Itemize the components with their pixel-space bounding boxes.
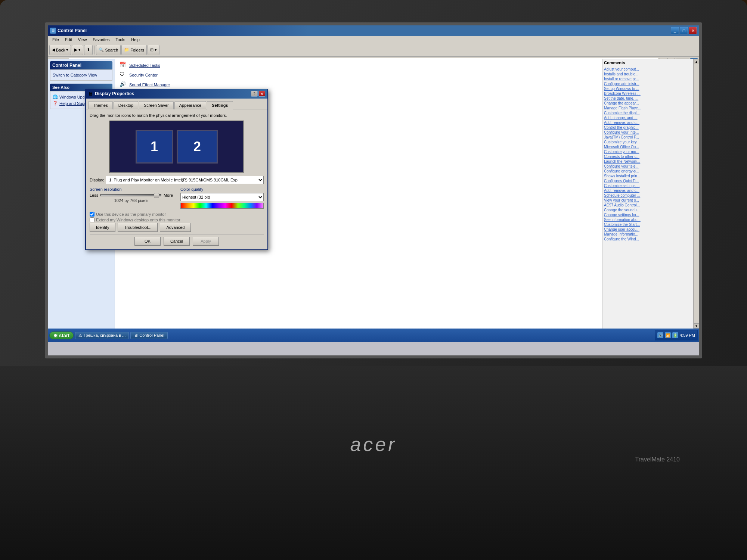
back-button[interactable]: ◀ Back ▾ — [49, 45, 71, 55]
checkbox-primary-label: Use this device as the primary monitor — [96, 212, 166, 217]
advanced-button[interactable]: Advanced — [160, 223, 191, 232]
resolution-slider[interactable] — [100, 194, 161, 196]
search-button[interactable]: 🔍 Search — [96, 45, 121, 55]
dialog-confirm-buttons: OK Cancel Apply — [90, 234, 264, 246]
folders-icon: 📁 — [124, 47, 129, 52]
menu-tools[interactable]: Tools — [113, 37, 128, 42]
window-title: Control Panel — [58, 28, 671, 33]
display-select[interactable]: 1. Plug and Play Monitor on Mobile Intel… — [106, 176, 264, 184]
menu-favorites[interactable]: Favorites — [90, 37, 112, 42]
control-panel-window: 🖥 Control Panel _ □ ✕ File Edit View Fav… — [48, 25, 699, 342]
tab-settings[interactable]: Settings — [207, 101, 233, 109]
dialog-action-buttons: Identify Troubleshoot... Advanced — [90, 223, 264, 232]
display-row: Display: 1. Plug and Play Monitor on Mob… — [90, 176, 264, 184]
dropdown-arrow-icon: ▾ — [66, 47, 68, 52]
color-quality-label: Color quality — [180, 187, 264, 192]
dialog-description: Drag the monitor icons to match the phys… — [90, 113, 264, 118]
display-properties-dialog: 🖥 Display Properties ? ✕ Themes Desktop … — [85, 89, 268, 250]
less-label: Less — [90, 193, 98, 197]
slider-thumb[interactable] — [154, 193, 159, 198]
maximize-button[interactable]: □ — [680, 27, 688, 34]
cancel-button[interactable]: Cancel — [164, 237, 190, 246]
up-arrow-icon: ⬆ — [87, 47, 90, 52]
monitor-2[interactable]: 2 — [177, 130, 218, 164]
tab-themes[interactable]: Themes — [88, 101, 113, 109]
checkbox-primary-monitor: Use this device as the primary monitor — [90, 212, 264, 217]
resolution-label: Screen resolution — [90, 187, 173, 192]
window-icon: 🖥 — [50, 28, 56, 34]
menu-file[interactable]: File — [49, 37, 62, 42]
view-icon: ⊞ — [150, 47, 154, 52]
identify-button[interactable]: Identify — [90, 223, 115, 232]
menubar: File Edit View Favorites Tools Help — [48, 36, 699, 43]
display-label: Display: — [90, 178, 104, 182]
screen: 🖥 Control Panel _ □ ✕ File Edit View Fav… — [45, 22, 702, 358]
titlebar-buttons: _ □ ✕ — [671, 27, 697, 34]
view-dropdown-icon: ▾ — [155, 47, 157, 52]
slider-row: Less More — [90, 193, 173, 197]
monitor-1[interactable]: 1 — [136, 130, 173, 164]
checkbox-primary[interactable] — [90, 212, 94, 217]
back-arrow-icon: ◀ — [52, 47, 55, 52]
dialog-titlebar: 🖥 Display Properties ? ✕ — [86, 89, 267, 99]
more-label: More — [164, 193, 173, 197]
tab-screensaver[interactable]: Screen Saver — [139, 101, 174, 109]
tab-desktop[interactable]: Desktop — [114, 101, 138, 109]
laptop-body: acer TravelMate 2410 — [0, 366, 747, 560]
toolbar-separator — [94, 46, 94, 55]
menu-edit[interactable]: Edit — [62, 37, 75, 42]
tab-appearance[interactable]: Appearance — [174, 101, 206, 109]
view-button[interactable]: ⊞ ▾ — [148, 45, 159, 55]
checkbox-extend-desktop: Extend my Windows desktop onto this moni… — [90, 217, 264, 222]
color-quality-select[interactable]: Highest (32 bit) — [180, 193, 264, 201]
folders-button[interactable]: 📁 Folders — [121, 45, 147, 55]
dialog-close-button[interactable]: ✕ — [258, 91, 265, 97]
titlebar: 🖥 Control Panel _ □ ✕ — [48, 25, 699, 36]
menu-view[interactable]: View — [75, 37, 90, 42]
dialog-icon: 🖥 — [88, 91, 93, 97]
resolution-value: 1024 by 768 pixels — [90, 198, 173, 203]
toolbar: ◀ Back ▾ ▶ ▾ ⬆ 🔍 Search 📁 F — [48, 43, 699, 57]
checkbox-extend-label: Extend my Windows desktop onto this moni… — [96, 218, 180, 222]
forward-arrow-icon: ▶ — [74, 47, 77, 52]
settings-row: Screen resolution Less More 1024 by 768 … — [90, 187, 264, 209]
dialog-tabs: Themes Desktop Screen Saver Appearance S… — [86, 99, 267, 109]
color-col: Color quality Highest (32 bit) — [180, 187, 264, 209]
color-preview-bar — [180, 203, 264, 209]
ok-button[interactable]: OK — [134, 237, 161, 246]
brand-label: acer — [350, 433, 397, 455]
close-button[interactable]: ✕ — [689, 27, 697, 34]
apply-button[interactable]: Apply — [193, 237, 219, 246]
troubleshoot-button[interactable]: Troubleshoot... — [118, 223, 158, 232]
search-icon: 🔍 — [99, 47, 104, 52]
dialog-body: Drag the monitor icons to match the phys… — [86, 109, 267, 249]
checkbox-extend[interactable] — [90, 217, 94, 222]
forward-button[interactable]: ▶ ▾ — [72, 45, 83, 55]
up-button[interactable]: ⬆ — [84, 45, 93, 55]
forward-dropdown-icon: ▾ — [78, 47, 81, 52]
laptop-bezel: 🖥 Control Panel _ □ ✕ File Edit View Fav… — [0, 0, 747, 560]
dialog-title: Display Properties — [95, 91, 250, 96]
menu-help[interactable]: Help — [128, 37, 143, 42]
monitor-preview: 1 2 — [109, 121, 244, 173]
dialog-overlay: 🖥 Display Properties ? ✕ Themes Desktop … — [48, 59, 699, 342]
resolution-col: Screen resolution Less More 1024 by 768 … — [90, 187, 173, 209]
minimize-button[interactable]: _ — [671, 27, 679, 34]
dialog-help-button[interactable]: ? — [251, 91, 258, 97]
model-label: TravelMate 2410 — [635, 456, 680, 463]
